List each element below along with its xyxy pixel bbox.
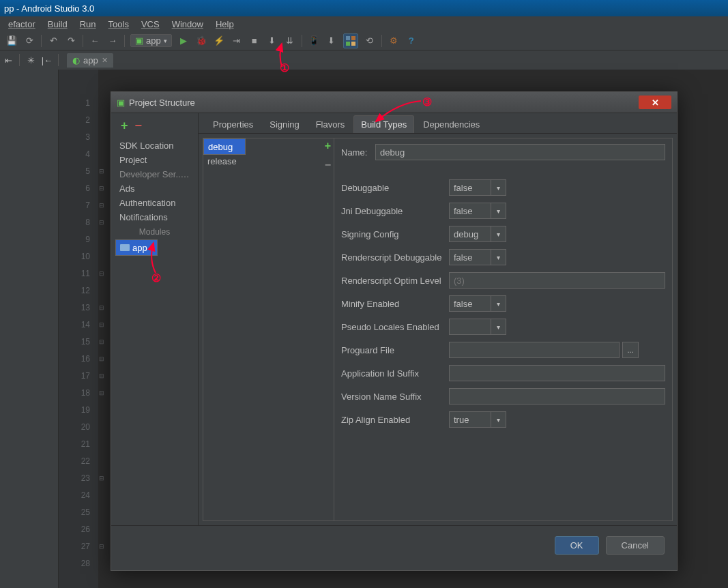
- rs-opt-label: Renderscript Optim Level: [341, 276, 449, 286]
- chevron-down-icon[interactable]: [491, 249, 506, 265]
- debuggable-select[interactable]: false: [449, 179, 491, 196]
- module-app[interactable]: app: [115, 239, 158, 256]
- fold-icon[interactable]: ⊟: [98, 316, 105, 333]
- dialog-title-bar[interactable]: ▣ Project Structure ✕: [111, 92, 677, 113]
- line-number: 19: [59, 401, 98, 418]
- fold-icon[interactable]: ⊟: [98, 538, 105, 555]
- menu-vcs[interactable]: VCS: [136, 18, 165, 31]
- debug-icon[interactable]: 🐞: [195, 35, 207, 47]
- expand-icon[interactable]: ⇤: [0, 52, 16, 68]
- line-number: 14: [59, 316, 98, 333]
- sidebar-item-sdk[interactable]: SDK Location: [115, 138, 194, 153]
- line-number: 11: [59, 265, 98, 282]
- folder-icon: [120, 244, 130, 251]
- appid-label: Application Id Suffix: [341, 368, 449, 379]
- gear-icon[interactable]: ✳: [23, 52, 39, 68]
- browse-button[interactable]: ...: [622, 342, 639, 358]
- remove-variant-button[interactable]: −: [325, 159, 331, 171]
- variant-debug[interactable]: debug: [203, 138, 246, 155]
- add-module-button[interactable]: +: [121, 119, 128, 133]
- fold-icon[interactable]: ⊟: [98, 333, 105, 350]
- menu-refactor[interactable]: efactor: [3, 18, 41, 31]
- fold-icon[interactable]: ⊟: [98, 179, 105, 196]
- fold-icon[interactable]: ⊟: [98, 350, 105, 367]
- fold-icon[interactable]: ⊟: [98, 214, 105, 231]
- close-dialog-button[interactable]: ✕: [639, 95, 671, 109]
- sidebar-item-devservices[interactable]: Developer Ser... ...: [115, 167, 194, 181]
- menu-tools[interactable]: Tools: [103, 18, 134, 31]
- refresh-icon[interactable]: ⟳: [23, 35, 35, 47]
- chevron-down-icon[interactable]: [491, 179, 506, 196]
- sidebar-item-notifications[interactable]: Notifications: [115, 210, 194, 224]
- rs-dbg-select[interactable]: false: [449, 249, 491, 265]
- avd-icon[interactable]: 📱: [308, 35, 320, 47]
- fold-icon[interactable]: ⊟: [98, 367, 105, 384]
- chevron-down-icon[interactable]: [491, 226, 506, 242]
- cancel-button[interactable]: Cancel: [606, 536, 665, 555]
- undo-icon[interactable]: ↶: [47, 35, 59, 47]
- fold-icon[interactable]: ⊟: [98, 162, 105, 179]
- sync-icon[interactable]: ⟲: [364, 35, 376, 47]
- menu-help[interactable]: Help: [210, 18, 239, 31]
- minify-select[interactable]: false: [449, 295, 491, 312]
- menu-run[interactable]: Run: [74, 18, 102, 31]
- sidebar-item-project[interactable]: Project: [115, 153, 194, 167]
- save-icon[interactable]: 💾: [5, 35, 18, 47]
- stop-icon[interactable]: ■: [248, 35, 261, 47]
- collapse-icon[interactable]: |←: [39, 52, 55, 68]
- settings-icon[interactable]: ⚙: [388, 35, 400, 47]
- back-icon[interactable]: ←: [89, 35, 101, 47]
- proguard-input[interactable]: [449, 342, 620, 358]
- fold-icon[interactable]: ⊟: [98, 265, 105, 282]
- fold-icon[interactable]: ⊟: [98, 384, 105, 401]
- line-number: 4: [59, 145, 98, 162]
- chevron-down-icon[interactable]: [491, 411, 506, 428]
- pseudo-select[interactable]: [449, 319, 491, 335]
- jni-select[interactable]: false: [449, 203, 491, 219]
- menu-window[interactable]: Window: [166, 18, 209, 31]
- svg-rect-0: [346, 36, 350, 40]
- run-config-combo[interactable]: ▣ app ▾: [130, 34, 172, 47]
- apply-changes-icon[interactable]: ⇊: [284, 35, 296, 47]
- tab-signing[interactable]: Signing: [262, 115, 306, 133]
- dialog-tabs: Properties Signing Flavors Build Types D…: [199, 113, 677, 134]
- chevron-down-icon[interactable]: [491, 203, 506, 219]
- tab-properties[interactable]: Properties: [205, 115, 261, 133]
- ok-button[interactable]: OK: [555, 536, 599, 555]
- tab-build-types[interactable]: Build Types: [353, 115, 414, 133]
- sdk-icon[interactable]: ⬇: [325, 35, 338, 47]
- main-toolbar: 💾 ⟳ ↶ ↷ ← → ▣ app ▾ ▶ 🐞 ⚡ ⇥ ■ ⬇ ⇊ 📱 ⬇ ⟲ …: [0, 31, 728, 50]
- editor-tab-app[interactable]: ◐ app ✕: [67, 53, 113, 68]
- project-structure-icon[interactable]: [343, 33, 358, 48]
- remove-module-button[interactable]: −: [135, 119, 143, 133]
- loading-icon: ◐: [72, 55, 80, 65]
- menu-build[interactable]: Build: [42, 18, 73, 31]
- signing-select[interactable]: debug: [449, 226, 491, 242]
- fold-icon[interactable]: ⊟: [98, 469, 105, 486]
- fold-icon[interactable]: ⊟: [98, 196, 105, 214]
- close-tab-icon[interactable]: ✕: [102, 56, 108, 65]
- instant-run-icon[interactable]: ⬇: [266, 35, 278, 47]
- version-input[interactable]: [449, 388, 665, 405]
- redo-icon[interactable]: ↷: [65, 35, 77, 47]
- appid-input[interactable]: [449, 365, 665, 381]
- add-variant-button[interactable]: +: [325, 140, 331, 152]
- tab-dependencies[interactable]: Dependencies: [416, 115, 487, 133]
- help-icon[interactable]: ?: [405, 35, 418, 47]
- attach-icon[interactable]: ⇥: [231, 35, 243, 47]
- run-icon[interactable]: ▶: [177, 35, 190, 47]
- fold-icon[interactable]: ⊟: [98, 299, 105, 316]
- variant-release[interactable]: release: [203, 155, 334, 168]
- rs-opt-input[interactable]: [449, 272, 665, 289]
- zip-select[interactable]: true: [449, 411, 491, 428]
- forward-icon[interactable]: →: [106, 35, 119, 47]
- name-input[interactable]: [375, 144, 665, 160]
- chevron-down-icon[interactable]: [491, 295, 506, 312]
- profile-icon[interactable]: ⚡: [213, 35, 225, 47]
- sidebar-item-ads[interactable]: Ads: [115, 181, 194, 196]
- chevron-down-icon[interactable]: [491, 319, 506, 335]
- tab-flavors[interactable]: Flavors: [308, 115, 353, 133]
- line-number: 26: [59, 520, 98, 538]
- android-icon: ▣: [135, 35, 143, 46]
- sidebar-item-auth[interactable]: Authentication: [115, 196, 194, 210]
